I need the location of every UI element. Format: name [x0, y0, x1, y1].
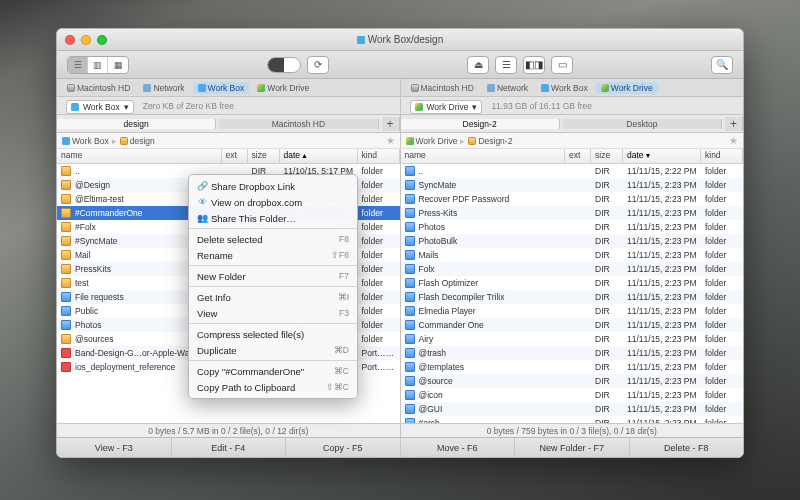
file-row[interactable]: Elmedia PlayerDIR11/11/15, 2:23 PMfolder — [401, 304, 744, 318]
favorite-button[interactable]: ★ — [386, 135, 395, 146]
delete-button[interactable]: Delete - F8 — [630, 438, 744, 457]
file-row[interactable]: Flash Decompiler TrilixDIR11/11/15, 2:23… — [401, 290, 744, 304]
edit-button[interactable]: Edit - F4 — [172, 438, 287, 457]
menu-item[interactable]: 🔗Share Dropbox Link — [189, 178, 357, 194]
cell-date: 11/11/15, 2:23 PM — [623, 334, 701, 344]
two-pane-button[interactable]: ◧◨ — [523, 56, 545, 74]
file-row[interactable]: PhotoBulkDIR11/11/15, 2:23 PMfolder — [401, 234, 744, 248]
view-mode-segment[interactable]: ☰ ▥ ▦ — [67, 56, 129, 74]
link-icon: 🔗 — [197, 181, 207, 191]
folder-icon — [61, 264, 71, 274]
breadcrumb-item[interactable]: design — [120, 136, 155, 146]
menu-item[interactable]: ViewF3 — [189, 305, 357, 321]
col-kind[interactable]: kind — [701, 149, 743, 163]
file-row[interactable]: Commander OneDIR11/11/15, 2:23 PMfolder — [401, 318, 744, 332]
breadcrumb-item[interactable]: Work Drive — [406, 136, 458, 146]
menu-item[interactable]: Delete selectedF8 — [189, 231, 357, 247]
location-tab-macintosh-hd[interactable]: Macintosh HD — [62, 82, 135, 94]
menu-item-shortcut: ⌘D — [334, 345, 349, 355]
file-row[interactable]: PhotosDIR11/11/15, 2:23 PMfolder — [401, 220, 744, 234]
file-row[interactable]: @iconDIR11/11/15, 2:23 PMfolder — [401, 388, 744, 402]
folder-tab[interactable]: Desktop — [563, 119, 722, 129]
cell-name: Flash Decompiler Trilix — [415, 292, 566, 302]
file-row[interactable]: @trashDIR11/11/15, 2:23 PMfolder — [401, 346, 744, 360]
file-row[interactable]: ..DIR11/11/15, 2:22 PMfolder — [401, 164, 744, 178]
col-size[interactable]: size — [591, 149, 623, 163]
drive-selector-left[interactable]: Work Box▾ — [66, 100, 134, 114]
col-date[interactable]: date▼ — [623, 149, 701, 163]
col-kind[interactable]: kind — [358, 149, 400, 163]
file-row[interactable]: FolxDIR11/11/15, 2:23 PMfolder — [401, 262, 744, 276]
file-row[interactable]: SyncMateDIR11/11/15, 2:23 PMfolder — [401, 178, 744, 192]
file-row[interactable]: @sourceDIR11/11/15, 2:23 PMfolder — [401, 374, 744, 388]
copy-button[interactable]: Copy - F5 — [286, 438, 401, 457]
file-lists: ..DIR11/10/15, 5:17 PMfolder@DesignDIR11… — [57, 164, 743, 423]
file-row[interactable]: #archDIR11/11/15, 2:23 PMfolder — [401, 416, 744, 423]
menu-separator — [189, 360, 357, 361]
folder-tab[interactable]: design — [57, 119, 216, 129]
menu-item[interactable]: 👁View on dropbox.com — [189, 194, 357, 210]
col-name[interactable]: name — [401, 149, 566, 163]
sort-desc-icon: ▼ — [645, 152, 652, 159]
minimize-button[interactable] — [81, 35, 91, 45]
col-ext[interactable]: ext — [565, 149, 591, 163]
file-row[interactable]: Press-KitsDIR11/11/15, 2:23 PMfolder — [401, 206, 744, 220]
breadcrumb-item[interactable]: Design-2 — [468, 136, 512, 146]
zoom-button[interactable] — [97, 35, 107, 45]
dropbox-icon — [357, 36, 365, 44]
location-tab-macintosh-hd[interactable]: Macintosh HD — [406, 82, 479, 94]
cell-date: 11/11/15, 2:23 PM — [623, 376, 701, 386]
titlebar[interactable]: Work Box/design — [57, 29, 743, 51]
view-grid-icon[interactable]: ▦ — [108, 57, 128, 73]
eject-button[interactable]: ⏏ — [467, 56, 489, 74]
folder-tab[interactable]: Design-2 — [401, 119, 560, 129]
breadcrumb-item[interactable]: Work Box — [62, 136, 109, 146]
menu-item[interactable]: Get Info⌘I — [189, 289, 357, 305]
view-columns-icon[interactable]: ▥ — [88, 57, 108, 73]
favorite-button[interactable]: ★ — [729, 135, 738, 146]
menu-item[interactable]: Copy Path to Clipboard⇧⌘C — [189, 379, 357, 395]
search-button[interactable]: 🔍 — [711, 56, 733, 74]
location-tab-work-drive[interactable]: Work Drive — [596, 82, 658, 94]
menu-item[interactable]: Duplicate⌘D — [189, 342, 357, 358]
folder-icon — [405, 390, 415, 400]
menu-item[interactable]: Compress selected file(s) — [189, 326, 357, 342]
file-row[interactable]: @GUIDIR11/11/15, 2:23 PMfolder — [401, 402, 744, 416]
file-row[interactable]: @templatesDIR11/11/15, 2:23 PMfolder — [401, 360, 744, 374]
menu-item[interactable]: Rename⇧F6 — [189, 247, 357, 263]
file-row[interactable]: MailsDIR11/11/15, 2:23 PMfolder — [401, 248, 744, 262]
open-folder-button[interactable]: ▭ — [551, 56, 573, 74]
close-button[interactable] — [65, 35, 75, 45]
context-menu[interactable]: 🔗Share Dropbox Link👁View on dropbox.com👥… — [188, 174, 358, 399]
location-tab-network[interactable]: Network — [138, 82, 189, 94]
location-tab-network[interactable]: Network — [482, 82, 533, 94]
move-button[interactable]: Move - F6 — [401, 438, 516, 457]
location-tab-work-box[interactable]: Work Box — [193, 82, 250, 94]
col-ext[interactable]: ext — [222, 149, 248, 163]
file-row[interactable]: AiryDIR11/11/15, 2:23 PMfolder — [401, 332, 744, 346]
refresh-button[interactable]: ⟳ — [307, 56, 329, 74]
newfolder-button[interactable]: New Folder - F7 — [515, 438, 630, 457]
menu-item[interactable]: 👥Share This Folder… — [189, 210, 357, 226]
hidden-files-toggle[interactable] — [267, 57, 301, 73]
location-tab-work-drive[interactable]: Work Drive — [252, 82, 314, 94]
col-size[interactable]: size — [248, 149, 280, 163]
file-row[interactable]: Flash OptimizerDIR11/11/15, 2:23 PMfolde… — [401, 276, 744, 290]
add-tab-button[interactable]: + — [725, 117, 743, 131]
cell-name: PhotoBulk — [415, 236, 566, 246]
menu-item[interactable]: Copy "#CommanderOne"⌘C — [189, 363, 357, 379]
file-row[interactable]: Recover PDF PasswordDIR11/11/15, 2:23 PM… — [401, 192, 744, 206]
cell-date: 11/11/15, 2:23 PM — [623, 278, 701, 288]
folder-tab[interactable]: Macintosh HD — [219, 119, 378, 129]
col-name[interactable]: name — [57, 149, 222, 163]
add-tab-button[interactable]: + — [382, 117, 400, 131]
menu-item[interactable]: New FolderF7 — [189, 268, 357, 284]
view-button[interactable]: View - F3 — [57, 438, 172, 457]
drive-selector-right[interactable]: Work Drive▾ — [410, 100, 483, 114]
right-pane[interactable]: ..DIR11/11/15, 2:22 PMfolderSyncMateDIR1… — [401, 164, 744, 423]
col-date[interactable]: date▲ — [280, 149, 358, 163]
queue-button[interactable]: ☰ — [495, 56, 517, 74]
view-list-icon[interactable]: ☰ — [68, 57, 88, 73]
location-tab-work-box[interactable]: Work Box — [536, 82, 593, 94]
cell-kind: folder — [701, 236, 743, 246]
